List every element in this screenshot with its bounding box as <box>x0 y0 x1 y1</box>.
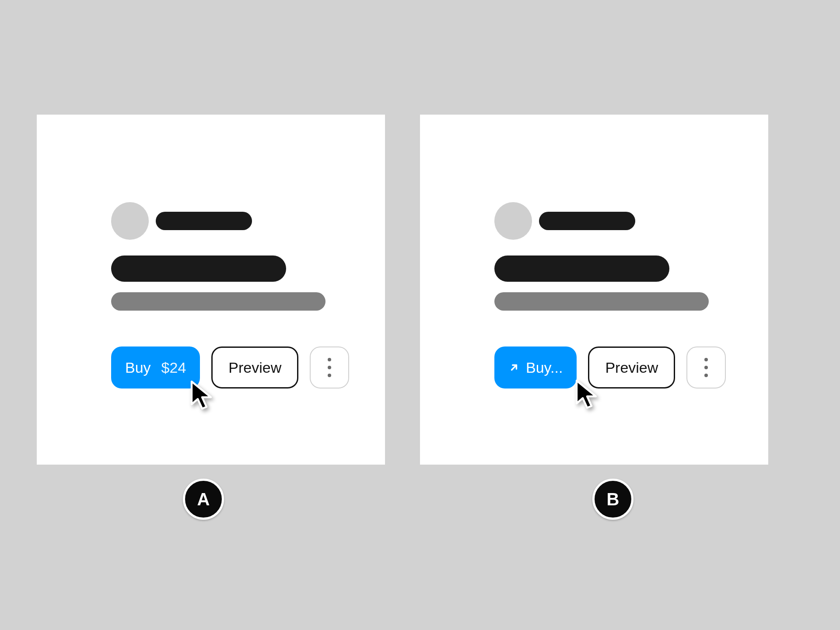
subtitle-placeholder <box>494 292 709 311</box>
more-icon <box>704 358 708 377</box>
preview-button[interactable]: Preview <box>211 346 298 388</box>
buy-button[interactable]: Buy... <box>494 346 577 388</box>
preview-button-label: Preview <box>228 359 281 376</box>
author-name-placeholder <box>156 212 252 230</box>
example-card-a: Buy $24 Preview <box>37 115 385 465</box>
buy-button-label: Buy... <box>526 359 563 376</box>
more-button[interactable] <box>310 346 349 388</box>
example-label-b-text: B <box>607 490 620 509</box>
example-card-b: Buy... Preview <box>420 115 768 465</box>
title-placeholder <box>494 256 669 282</box>
card-content <box>494 202 709 311</box>
author-row <box>111 202 326 240</box>
preview-button[interactable]: Preview <box>588 346 675 388</box>
preview-button-label: Preview <box>605 359 658 376</box>
arrow-up-right-icon <box>508 362 520 373</box>
buy-button-label: Buy <box>125 359 151 376</box>
card-content <box>111 202 326 311</box>
diagram-stage: Buy $24 Preview <box>0 0 840 630</box>
example-label-a: A <box>183 479 224 520</box>
more-button[interactable] <box>686 346 726 388</box>
more-icon <box>328 358 331 377</box>
title-placeholder <box>111 256 286 282</box>
buy-button[interactable]: Buy $24 <box>111 346 200 388</box>
buy-button-price: $24 <box>161 359 186 376</box>
avatar <box>494 202 532 240</box>
example-label-a-text: A <box>197 490 210 509</box>
example-label-b: B <box>592 479 634 520</box>
avatar <box>111 202 149 240</box>
author-name-placeholder <box>539 212 635 230</box>
action-row: Buy... Preview <box>494 346 726 388</box>
action-row: Buy $24 Preview <box>111 346 349 388</box>
author-row <box>494 202 709 240</box>
subtitle-placeholder <box>111 292 326 311</box>
